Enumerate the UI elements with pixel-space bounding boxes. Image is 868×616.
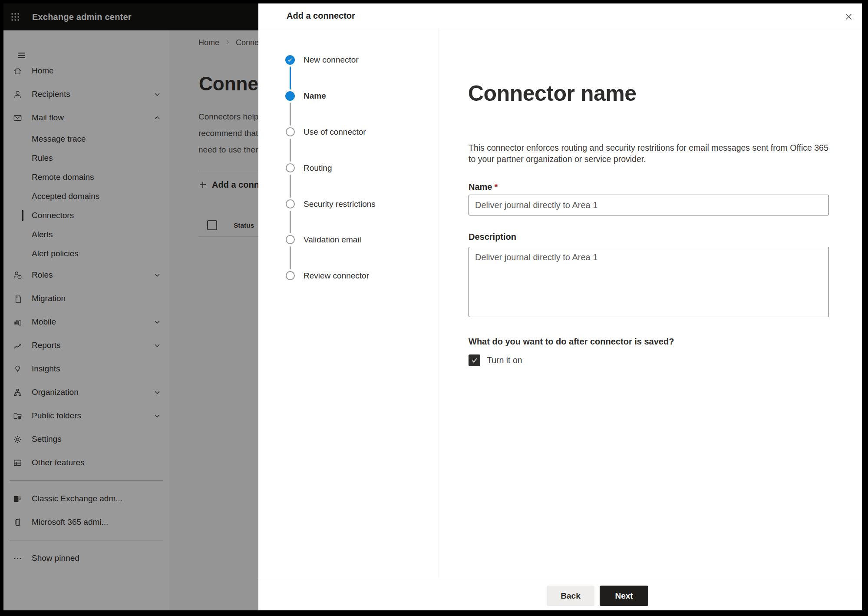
step-connector-line <box>290 211 291 233</box>
close-icon[interactable] <box>842 10 855 23</box>
turn-it-on-label: Turn it on <box>487 355 522 365</box>
required-asterisk: * <box>494 182 498 192</box>
step-connector-line <box>290 139 291 162</box>
step-new-connector[interactable]: New connector <box>258 55 439 65</box>
step-connector-line <box>290 103 291 126</box>
step-review-connector[interactable]: Review connector <box>258 271 439 281</box>
next-button[interactable]: Next <box>600 586 648 606</box>
name-field-label: Name* <box>469 182 498 192</box>
step-use-of-connector[interactable]: Use of connector <box>258 127 439 137</box>
checkbox-checked-icon[interactable] <box>469 354 480 366</box>
wizard-heading: Connector name <box>468 81 637 106</box>
dialog-title: Add a connector <box>287 3 355 28</box>
connector-name-input[interactable] <box>469 195 829 215</box>
step-upcoming-icon <box>286 163 295 172</box>
connector-description-textarea[interactable]: Deliver journal directly to Area 1 <box>469 247 829 317</box>
step-routing[interactable]: Routing <box>258 163 439 173</box>
wizard-steps: New connector Name Use of connector Rout… <box>258 28 439 578</box>
step-upcoming-icon <box>286 199 295 209</box>
step-connector-line <box>290 66 291 89</box>
step-upcoming-icon <box>286 235 295 244</box>
wizard-description: This connector enforces routing and secu… <box>469 142 833 165</box>
step-connector-line <box>290 246 291 269</box>
after-save-question: What do you want to do after connector i… <box>469 337 674 347</box>
step-upcoming-icon <box>286 127 295 136</box>
dialog-header: Add a connector <box>258 3 862 28</box>
screen: Exchange admin center Home Recipients Ma… <box>3 3 862 610</box>
step-upcoming-icon <box>286 271 295 280</box>
step-connector-line <box>290 175 291 198</box>
dialog-footer: Back Next <box>258 578 862 610</box>
wizard-content: Connector name This connector enforces r… <box>439 28 862 578</box>
description-field-label: Description <box>469 232 516 242</box>
step-validation-email[interactable]: Validation email <box>258 235 439 245</box>
step-security-restrictions[interactable]: Security restrictions <box>258 199 439 209</box>
step-name[interactable]: Name <box>258 91 439 101</box>
back-button[interactable]: Back <box>547 586 594 606</box>
step-completed-icon <box>285 55 295 65</box>
step-current-icon <box>285 91 295 101</box>
add-connector-dialog: Add a connector New connector Name <box>258 3 862 610</box>
turn-it-on-checkbox-row[interactable]: Turn it on <box>469 354 522 366</box>
